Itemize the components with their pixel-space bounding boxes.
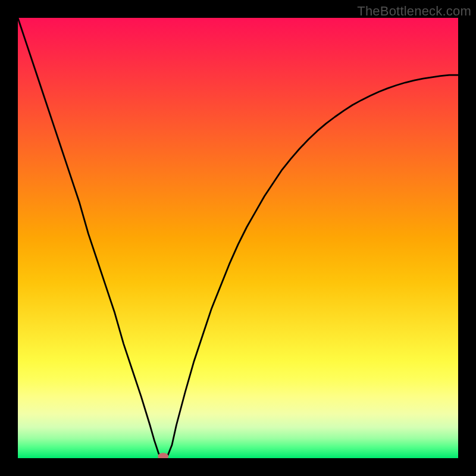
chart-frame: TheBottleneck.com	[0, 0, 476, 476]
watermark-text: TheBottleneck.com	[357, 4, 471, 19]
plot-area	[18, 18, 458, 458]
chart-svg	[18, 18, 458, 458]
gradient-background	[18, 18, 458, 458]
